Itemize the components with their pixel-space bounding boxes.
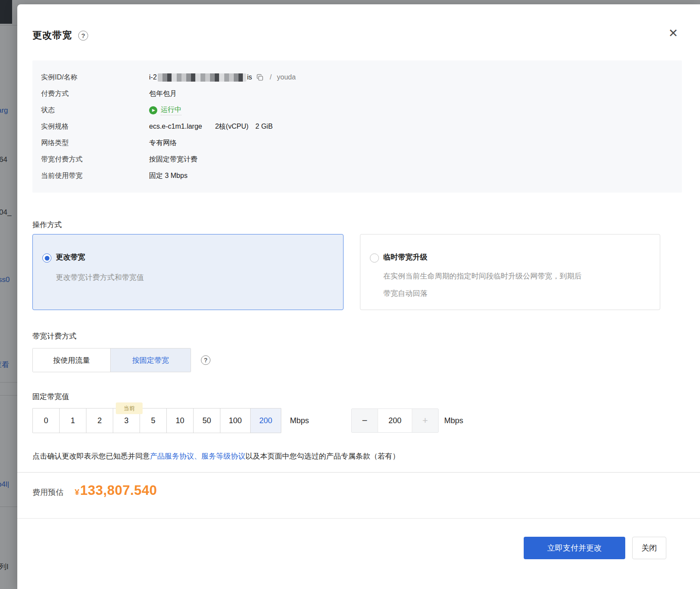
current-value-badge: 当前 (116, 402, 143, 414)
bandwidth-options: 当前 0 1 2 3 5 10 50 100 200 (32, 408, 281, 433)
status-value: ▶ 运行中 (149, 105, 181, 115)
info-row-spec: 实例规格 ecs.e-c1m1.large 2核(vCPU) 2 GiB (41, 118, 682, 135)
dialog-header: 更改带宽 ? (32, 28, 88, 43)
divider (17, 472, 700, 473)
bandwidth-pay-value: 按固定带宽计费 (149, 155, 197, 164)
current-bandwidth-value: 固定 3 Mbps (149, 171, 188, 180)
info-row-pay-method: 付费方式 包年包月 (41, 86, 682, 102)
status-text: 运行中 (161, 105, 181, 115)
agreement-suffix: 以及本页面中您勾选过的产品专属条款（若有） (245, 452, 400, 460)
change-bandwidth-dialog: 更改带宽 ? ✕ 实例ID/名称 i-2 is / (17, 4, 700, 589)
agreement-text: 点击确认更改即表示您已知悉并同意产品服务协议、服务等级协议以及本页面中您勾选过的… (32, 451, 400, 461)
bandwidth-unit-label: Mbps (290, 416, 309, 425)
option-temporary-upgrade[interactable]: 临时带宽升级 在实例当前生命周期的指定时间段临时升级公网带宽，到期后带宽自动回落 (360, 234, 660, 310)
pay-and-change-button[interactable]: 立即支付并更改 (524, 537, 625, 559)
info-label: 实例ID/名称 (41, 73, 149, 82)
info-row-bandwidth-pay: 带宽付费方式 按固定带宽计费 (41, 151, 682, 168)
instance-info-panel: 实例ID/名称 i-2 is / youda 付费方式 (32, 60, 682, 193)
title-help-icon[interactable]: ? (78, 31, 88, 41)
info-label: 状态 (41, 106, 149, 115)
billing-method-toggle: 按使用流量 按固定带宽 ? (32, 348, 210, 372)
billing-method-label: 带宽计费方式 (32, 331, 76, 341)
bandwidth-option-200[interactable]: 200 (251, 408, 281, 433)
dialog-title: 更改带宽 (32, 29, 72, 42)
spec-type: ecs.e-c1m1.large (149, 123, 202, 130)
instance-name: youda (277, 73, 296, 81)
id-name-divider: / (270, 73, 271, 81)
divider (17, 518, 700, 519)
copy-icon[interactable] (256, 74, 264, 81)
option-title: 更改带宽 (56, 253, 330, 262)
estimate-label: 费用预估 (32, 487, 64, 497)
bandwidth-option-50[interactable]: 50 (194, 408, 220, 433)
instance-id-suffix: is (247, 73, 252, 81)
spec-value: ecs.e-c1m1.large 2核(vCPU) 2 GiB (149, 122, 273, 131)
info-label: 付费方式 (41, 89, 149, 98)
instance-id-prefix: i-2 (149, 73, 157, 81)
cost-estimate: 费用预估 ¥ 133,807.540 (32, 483, 157, 498)
info-row-instance-id: 实例ID/名称 i-2 is / youda (41, 69, 682, 86)
option-change-bandwidth[interactable]: 更改带宽 更改带宽计费方式和带宽值 (32, 234, 344, 310)
bandwidth-option-1[interactable]: 1 (60, 408, 86, 433)
network-value: 专有网络 (149, 139, 177, 148)
redacted-instance-id (158, 73, 246, 82)
info-label: 网络类型 (41, 139, 149, 148)
operation-mode-label: 操作方式 (32, 220, 62, 230)
info-label: 带宽付费方式 (41, 155, 149, 164)
stepper-minus-button[interactable]: − (352, 409, 378, 432)
radio-unselected-icon[interactable] (370, 253, 379, 263)
agreement-separator: 、 (194, 452, 201, 460)
bandwidth-selector-row: 当前 0 1 2 3 5 10 50 100 200 Mbps − 200 + … (32, 408, 309, 433)
page: arg 64 04_ ss0 查看 b4l| 列I 更改带宽 ? ✕ 实例ID/… (0, 0, 700, 589)
info-row-current-bandwidth: 当前使用带宽 固定 3 Mbps (41, 168, 682, 184)
spec-memory: 2 GiB (255, 123, 273, 130)
radio-selected-icon[interactable] (42, 253, 51, 263)
stepper-value-input[interactable]: 200 (378, 409, 412, 432)
operation-mode-options: 更改带宽 更改带宽计费方式和带宽值 临时带宽升级 在实例当前生命周期的指定时间段… (32, 234, 660, 310)
billing-by-traffic-button[interactable]: 按使用流量 (33, 348, 111, 372)
stepper-unit-label: Mbps (444, 408, 463, 433)
stepper-plus-button[interactable]: + (412, 409, 438, 432)
instance-id-value: i-2 is / youda (149, 73, 296, 82)
info-label: 实例规格 (41, 122, 149, 131)
bandwidth-option-0[interactable]: 0 (33, 408, 60, 433)
bandwidth-option-5[interactable]: 5 (140, 408, 167, 433)
option-description: 在实例当前生命周期的指定时间段临时升级公网带宽，到期后带宽自动回落 (383, 268, 586, 302)
close-icon[interactable]: ✕ (666, 26, 681, 41)
info-label: 当前使用带宽 (41, 171, 149, 180)
fixed-bandwidth-label: 固定带宽值 (32, 392, 69, 402)
info-row-status: 状态 ▶ 运行中 (41, 102, 682, 118)
option-title: 临时带宽升级 (383, 253, 647, 262)
service-level-agreement-link[interactable]: 服务等级协议 (201, 452, 245, 460)
billing-help-icon[interactable]: ? (201, 355, 210, 365)
billing-toggle-group: 按使用流量 按固定带宽 (32, 348, 191, 372)
close-button[interactable]: 关闭 (632, 537, 666, 559)
bandwidth-stepper: − 200 + (351, 408, 439, 433)
agreement-prefix: 点击确认更改即表示您已知悉并同意 (32, 452, 150, 460)
product-service-agreement-link[interactable]: 产品服务协议 (150, 452, 194, 460)
bandwidth-option-100[interactable]: 100 (220, 408, 251, 433)
spec-cpu: 2核(vCPU) (215, 122, 248, 131)
option-description: 更改带宽计费方式和带宽值 (56, 269, 315, 286)
bandwidth-option-2[interactable]: 2 (86, 408, 113, 433)
estimate-amount: 133,807.540 (80, 483, 157, 498)
currency-symbol: ¥ (75, 488, 80, 497)
billing-by-fixed-bandwidth-button[interactable]: 按固定带宽 (111, 348, 191, 372)
pay-method-value: 包年包月 (149, 89, 177, 98)
bandwidth-option-10[interactable]: 10 (167, 408, 194, 433)
running-status-icon: ▶ (149, 106, 157, 114)
info-row-network: 网络类型 专有网络 (41, 135, 682, 151)
